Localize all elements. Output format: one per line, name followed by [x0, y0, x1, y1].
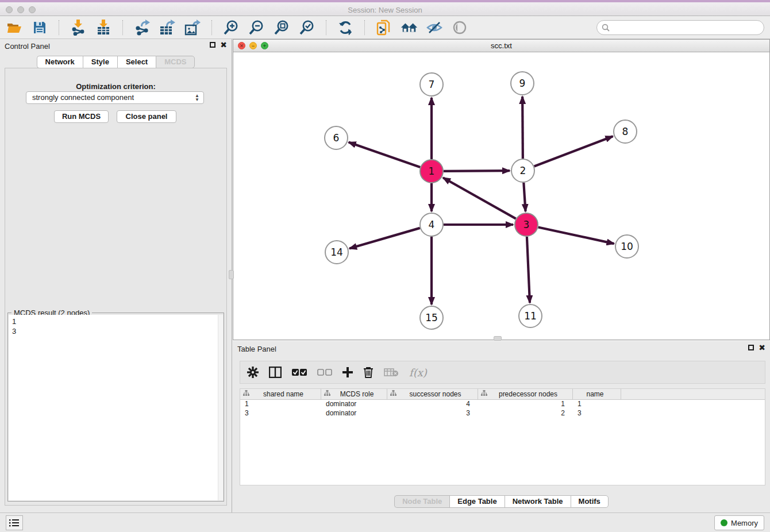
table-cell[interactable]: dominator [321, 400, 387, 409]
tab-edge-table[interactable]: Edge Table [449, 495, 504, 508]
search-input[interactable] [596, 20, 764, 35]
refresh-icon[interactable] [337, 19, 354, 36]
control-panel-tabs: Network Style Select MCDS [0, 56, 232, 68]
float-panel-icon[interactable] [210, 42, 215, 48]
import-table-icon[interactable] [95, 19, 112, 36]
add-column-icon[interactable] [342, 367, 353, 377]
node-table[interactable]: shared nameMCDS rolesuccessor nodesprede… [240, 388, 765, 485]
close-table-panel-icon[interactable]: ✖ [759, 344, 765, 351]
table-cell[interactable]: 2 [478, 409, 573, 418]
optimization-criterion-select[interactable]: strongly connected component ▲▼ [26, 91, 204, 104]
vertical-splitter-grip[interactable] [229, 270, 234, 279]
edge-3-11[interactable] [527, 237, 530, 303]
float-table-panel-icon[interactable] [748, 345, 754, 350]
export-image-icon[interactable] [184, 19, 201, 36]
tab-select[interactable]: Select [117, 56, 156, 68]
home-apps-icon[interactable] [401, 19, 418, 36]
titlebar: Session: New Session [0, 0, 770, 16]
column-header-MCDS-role[interactable]: MCDS role [321, 389, 387, 399]
graph-node-8[interactable]: 8 [613, 119, 637, 144]
table-cell[interactable]: dominator [321, 409, 387, 418]
tab-network[interactable]: Network [37, 56, 83, 68]
table-body: 1dominator4113dominator323 [240, 400, 765, 418]
search-field-wrap [596, 20, 764, 35]
zoom-fit-icon[interactable] [273, 19, 290, 36]
graph-node-6[interactable]: 6 [324, 126, 348, 150]
edge-1-6[interactable] [349, 142, 420, 167]
table-toolbar: f(x) [240, 361, 765, 384]
edge-4-14[interactable] [349, 228, 420, 249]
main-toolbar [0, 16, 770, 39]
edge-3-1[interactable] [443, 178, 516, 218]
graph-node-4[interactable]: 4 [419, 213, 444, 237]
edge-2-9[interactable] [522, 97, 523, 159]
edge-2-8[interactable] [534, 136, 613, 166]
column-header-predecessor-nodes[interactable]: predecessor nodes [478, 389, 573, 399]
table-cell[interactable]: 3 [240, 409, 321, 418]
graph-node-10[interactable]: 10 [615, 234, 639, 259]
network-canvas[interactable]: 7968124314101511 [233, 52, 769, 340]
tab-motifs[interactable]: Motifs [571, 495, 609, 508]
graph-node-3[interactable]: 3 [514, 213, 538, 237]
edge-1-2[interactable] [444, 171, 510, 171]
application-window: Session: New Session [0, 0, 770, 532]
delete-column-trash-icon[interactable] [363, 367, 374, 378]
column-header-shared-name[interactable]: shared name [240, 389, 321, 399]
network-window-titlebar[interactable]: ✕ − + scc.txt [233, 40, 769, 52]
toggle-column-panel-icon[interactable] [269, 367, 282, 378]
graph-node-1[interactable]: 1 [419, 159, 444, 183]
graph-node-9[interactable]: 9 [510, 71, 534, 95]
deselect-all-icon[interactable] [317, 368, 332, 376]
tab-style[interactable]: Style [83, 56, 117, 68]
table-cell[interactable]: 4 [387, 400, 478, 409]
column-header-successor-nodes[interactable]: successor nodes [387, 389, 478, 399]
table-cell[interactable]: 3 [573, 409, 621, 418]
memory-button[interactable]: Memory [714, 515, 764, 530]
save-session-icon[interactable] [31, 19, 48, 36]
close-panel-button[interactable]: Close panel [117, 110, 176, 123]
select-all-icon[interactable] [292, 368, 307, 376]
zoom-in-icon[interactable] [222, 19, 240, 36]
column-header-name[interactable]: name [573, 389, 621, 399]
hierarchy-icon [390, 390, 396, 398]
show-eye-icon[interactable] [451, 19, 468, 36]
run-mcds-button[interactable]: Run MCDS [54, 110, 109, 123]
hide-eye-icon[interactable] [426, 19, 443, 36]
table-cell[interactable]: 1 [573, 400, 621, 409]
edge-2-3[interactable] [523, 183, 525, 211]
open-session-icon[interactable] [6, 19, 23, 36]
tab-node-table[interactable]: Node Table [394, 495, 449, 508]
tab-mcds[interactable]: MCDS [156, 56, 195, 68]
export-network-icon[interactable] [133, 19, 151, 36]
table-cell[interactable]: 3 [387, 409, 478, 418]
table-row[interactable]: 3dominator323 [240, 409, 765, 418]
network-edges [233, 52, 769, 340]
graph-node-2[interactable]: 2 [511, 159, 535, 183]
import-network-icon[interactable] [70, 19, 87, 36]
zoom-out-icon[interactable] [248, 19, 265, 36]
toolbar-separator [364, 20, 365, 35]
edge-3-10[interactable] [538, 227, 614, 244]
zoom-selected-icon[interactable] [298, 19, 315, 36]
mcds-result-area[interactable]: 1 3 [9, 315, 223, 500]
table-settings-gear-icon[interactable] [247, 367, 259, 378]
horizontal-splitter-grip[interactable] [494, 336, 502, 341]
export-table-icon[interactable] [159, 19, 176, 36]
close-panel-icon[interactable]: ✖ [220, 41, 227, 48]
graph-node-15[interactable]: 15 [419, 306, 444, 330]
graph-node-7[interactable]: 7 [419, 72, 444, 97]
toolbar-separator [122, 20, 123, 35]
task-history-button[interactable] [6, 515, 23, 530]
table-row[interactable]: 1dominator411 [240, 400, 765, 409]
graph-node-11[interactable]: 11 [518, 304, 542, 328]
graph-node-14[interactable]: 14 [325, 240, 349, 264]
table-panel: Table Panel ✖ [233, 342, 770, 512]
mcds-tab-content: Optimization criterion: strongly connect… [5, 68, 227, 506]
table-cell[interactable]: 1 [478, 400, 573, 409]
window-title: Session: New Session [0, 6, 770, 14]
tab-network-table[interactable]: Network Table [505, 495, 571, 508]
duplicate-network-icon[interactable] [375, 19, 392, 36]
result-scrollbar[interactable] [218, 315, 223, 500]
table-cell[interactable]: 1 [240, 400, 321, 409]
optimization-criterion-value: strongly connected component [32, 93, 134, 102]
